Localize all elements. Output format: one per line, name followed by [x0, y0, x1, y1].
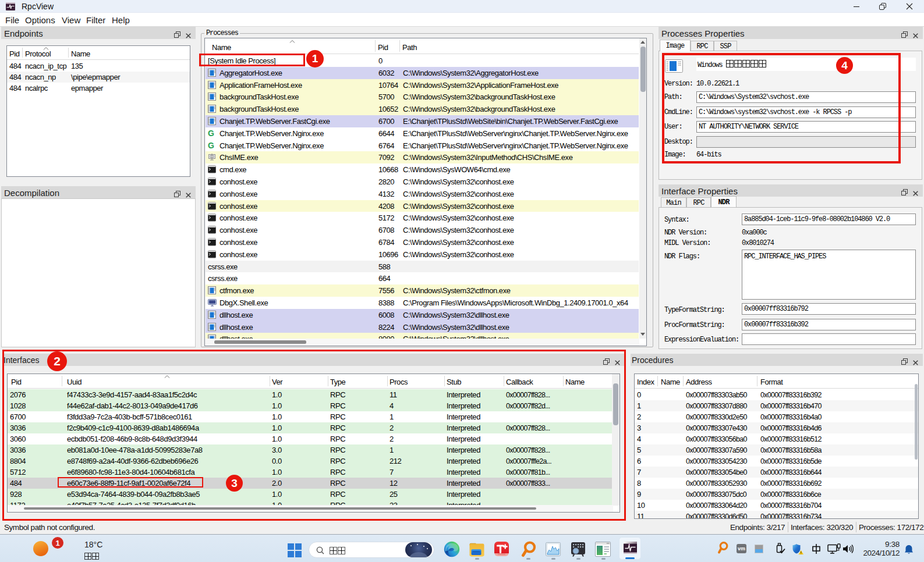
svg-text:1: 1	[55, 539, 59, 547]
